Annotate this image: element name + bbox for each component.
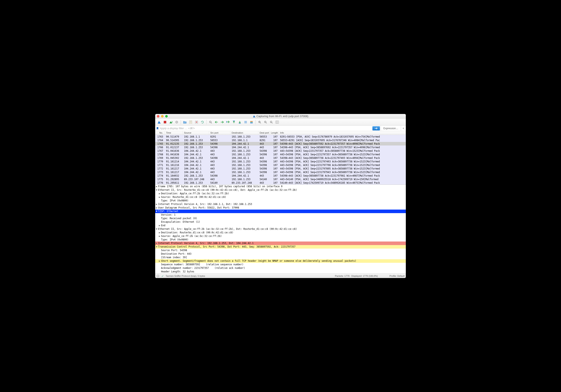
add-filter-button[interactable]: + — [401, 126, 406, 131]
packet-row[interactable]: 176791.041636104.244.42.1443192.168.1.25… — [155, 149, 406, 153]
packet-row[interactable]: 177491.164032192.168.1.25354398104.244.4… — [155, 174, 406, 177]
go-last-button[interactable] — [237, 119, 242, 125]
packet-row[interactable]: 177191.161216104.244.42.1443192.168.1.25… — [155, 163, 406, 167]
zoom-out-button[interactable] — [263, 119, 268, 125]
expression-button[interactable]: Expression… — [381, 126, 401, 131]
titlebar: Capturing from Wi-Fi: en0 (udp port 3700… — [155, 114, 406, 118]
zoom-in-button[interactable] — [257, 119, 262, 125]
toolbar-separator — [181, 120, 181, 124]
detail-row[interactable]: Type: IPv4 (0x0800) — [155, 199, 406, 202]
capture-options-button[interactable] — [174, 119, 179, 125]
packet-row[interactable]: 177591.29289589.233.107.248443192.168.1.… — [155, 177, 406, 181]
main-toolbar: 1 — [155, 118, 406, 126]
stop-capture-button[interactable] — [162, 119, 168, 125]
packet-row[interactable]: 176591.012135192.168.1.25354398104.244.4… — [155, 142, 406, 146]
zoom-reset-button[interactable]: 1 — [269, 119, 274, 125]
svg-line-29 — [272, 123, 273, 123]
go-to-packet-button[interactable] — [225, 119, 231, 125]
packet-row[interactable]: 176490.514305192.168.1.25356553192.168.1… — [155, 138, 406, 142]
col-header-dport[interactable]: Dest port — [258, 131, 270, 135]
detail-row[interactable]: ▶User Datagram Protocol, Src Port: 55822… — [155, 206, 406, 210]
find-packet-button[interactable] — [208, 119, 213, 125]
detail-row[interactable]: Destination Port: 443 — [155, 252, 406, 256]
detail-row[interactable]: [Stream index: 39] — [155, 256, 406, 259]
detail-row[interactable]: Header Length: 32 bytes — [155, 270, 406, 274]
detail-row[interactable]: ▶Frame 1765: 107 bytes on wire (856 bits… — [155, 185, 406, 188]
status-protocol: Tazmen Sniffer Protocol (tzsp), 5 bytes — [166, 275, 205, 277]
detail-row[interactable]: ▶End — [155, 224, 406, 227]
detail-row[interactable]: ▼Ethernet II, Src: Apple_ce:ff:2b (ac:bc… — [155, 227, 406, 231]
reload-button[interactable] — [200, 119, 205, 125]
col-header-info[interactable]: Info — [279, 131, 406, 135]
open-file-button[interactable] — [182, 119, 188, 125]
packet-details-pane[interactable]: ▶Frame 1765: 107 bytes on wire (856 bits… — [155, 184, 406, 274]
auto-scroll-button[interactable] — [243, 119, 248, 125]
close-file-button[interactable] — [194, 119, 199, 125]
display-filter-input[interactable] — [159, 127, 372, 130]
col-header-sport[interactable]: Src port — [209, 131, 230, 135]
toolbar-separator — [255, 120, 256, 124]
svg-point-10 — [209, 121, 211, 123]
detail-row[interactable]: Source Port: 54398 — [155, 249, 406, 252]
packet-row[interactable]: 177691.295611192.168.1.2535414089.233.10… — [155, 181, 406, 184]
packet-row[interactable]: 176991.045302192.168.1.25354398104.244.4… — [155, 156, 406, 160]
svg-point-2 — [176, 122, 177, 122]
detail-row[interactable]: ▶Source: Apple_ce:ff:2b (ac:bc:32:ce:ff:… — [155, 234, 406, 238]
detail-row[interactable]: ▶Destination: Routerbo_d1:ce:c8 (00:0c:4… — [155, 231, 406, 234]
svg-line-11 — [211, 123, 212, 123]
app-shark-fin-icon — [253, 115, 256, 118]
packet-row[interactable]: 177391.161217104.244.42.1443192.168.1.25… — [155, 170, 406, 174]
svg-rect-0 — [164, 121, 166, 123]
detail-row[interactable]: ▶Internet Protocol Version 4, Src: 192.1… — [155, 202, 406, 206]
packet-row[interactable]: 177091.161214104.244.42.1443192.168.1.25… — [155, 160, 406, 163]
restart-capture-button[interactable] — [168, 119, 173, 125]
detail-row[interactable]: Acknowledgment number: 2231797357 (relat… — [155, 266, 406, 270]
detail-row[interactable]: Sequence number: 3858897592 (relative se… — [155, 263, 406, 266]
window-title: Capturing from Wi-Fi: en0 (udp port 3700… — [155, 115, 406, 118]
detail-row[interactable]: ▶Short segment. Segment/fragment does no… — [155, 259, 406, 263]
col-header-len[interactable]: Length — [270, 131, 279, 135]
bookmark-icon[interactable] — [156, 127, 159, 130]
apply-filter-button[interactable] — [372, 126, 380, 130]
packet-list-header[interactable]: No. Time Source Src port Destination Des… — [155, 131, 406, 135]
edit-icon[interactable] — [161, 275, 164, 277]
detail-row[interactable]: ▼Transmission Control Protocol, Src Port… — [155, 245, 406, 249]
shark-fin-icon[interactable] — [156, 119, 162, 125]
detail-row[interactable]: ▶Internet Protocol Version 4, Src: 192.1… — [155, 242, 406, 245]
svg-rect-31 — [276, 121, 279, 123]
go-first-button[interactable] — [231, 119, 237, 125]
packet-row[interactable]: 177291.161217104.244.42.1443192.168.1.25… — [155, 167, 406, 170]
expert-info-icon[interactable] — [156, 275, 159, 277]
packet-row[interactable]: 176691.012137192.168.1.25354398104.244.4… — [155, 146, 406, 149]
svg-line-26 — [266, 123, 267, 123]
detail-row[interactable]: Version: 1 — [155, 213, 406, 217]
svg-rect-19 — [250, 122, 253, 123]
svg-line-22 — [260, 123, 261, 123]
col-header-time[interactable]: Time — [165, 131, 183, 135]
packet-row[interactable]: 176891.041638104.244.42.1443192.168.1.25… — [155, 153, 406, 156]
detail-row[interactable]: Encapsulation: Ethernet (1) — [155, 220, 406, 224]
detail-row[interactable]: ▶Source: Routerbo_d1:ce:c8 (00:0c:42:d1:… — [155, 195, 406, 199]
display-filter-bar: Expression… + — [155, 126, 406, 131]
col-header-no[interactable]: No. — [155, 131, 165, 135]
save-file-button[interactable] — [188, 119, 194, 125]
status-profile[interactable]: Profile: Default — [389, 275, 405, 277]
detail-row[interactable]: ▼TZSP: Ethernet — [155, 210, 406, 213]
resize-columns-button[interactable] — [274, 119, 280, 125]
window-title-text: Capturing from Wi-Fi: en0 (udp port 3700… — [257, 115, 309, 118]
colorize-button[interactable] — [249, 119, 254, 125]
packet-list-body[interactable]: 176390.511479192.168.1.18291192.168.1.25… — [155, 135, 406, 184]
col-header-dst[interactable]: Destination — [230, 131, 258, 135]
detail-row[interactable]: Type: Received packet (0) — [155, 217, 406, 220]
svg-rect-20 — [250, 123, 253, 123]
go-forward-button[interactable] — [219, 119, 225, 125]
detail-row[interactable]: Type: IPv4 (0x0800) — [155, 238, 406, 242]
col-header-src[interactable]: Source — [183, 131, 209, 135]
status-packets: Packets: 1779 · Displayed: 1779 (100.0%) — [335, 275, 378, 277]
detail-row[interactable]: ▶Destination: Apple_ce:ff:2b (ac:bc:32:c… — [155, 192, 406, 195]
status-bar: Tazmen Sniffer Protocol (tzsp), 5 bytes … — [155, 274, 406, 278]
packet-row[interactable]: 176390.511479192.168.1.18291192.168.1.25… — [155, 135, 406, 138]
go-back-button[interactable] — [214, 119, 219, 125]
detail-row[interactable]: ▼Ethernet II, Src: Routerbo_d1:ce:c8 (00… — [155, 188, 406, 192]
svg-point-34 — [157, 275, 159, 277]
